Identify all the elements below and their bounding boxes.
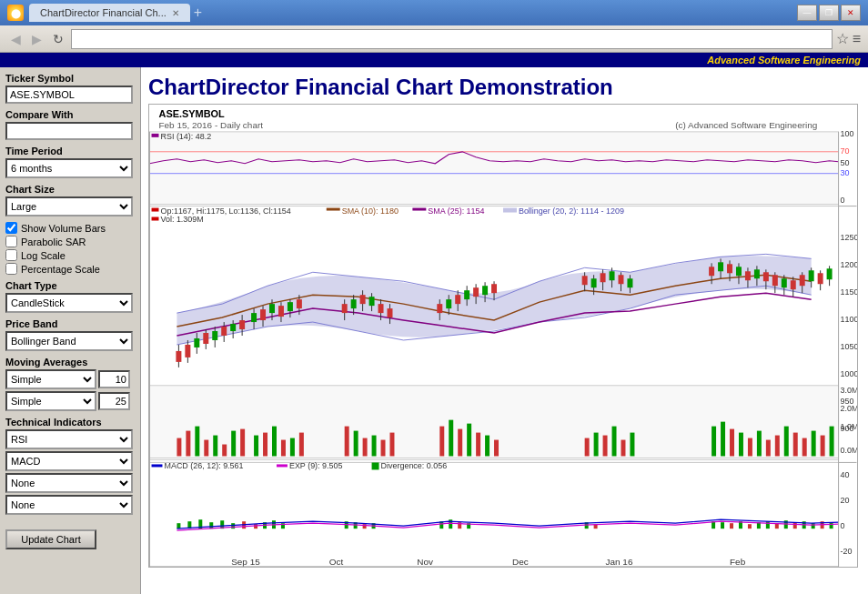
svg-rect-43 bbox=[251, 313, 257, 322]
chart-size-select[interactable]: Small Medium Large bbox=[5, 196, 133, 216]
svg-text:1050: 1050 bbox=[841, 342, 858, 351]
price-band-select[interactable]: None Bollinger Band Donchian Channel bbox=[5, 331, 133, 351]
refresh-btn[interactable]: ↻ bbox=[49, 30, 67, 48]
tech-ind1-select[interactable]: None RSI MACD Stochastic bbox=[5, 429, 133, 449]
parabolic-sar-checkbox[interactable] bbox=[5, 236, 17, 247]
svg-rect-135 bbox=[195, 427, 199, 457]
financial-chart: ASE.SYMBOL Feb 15, 2016 - Daily chart (c… bbox=[148, 104, 858, 568]
svg-text:1000: 1000 bbox=[841, 369, 858, 378]
svg-rect-168 bbox=[730, 429, 734, 457]
advanced-banner: Advanced Software Engineering bbox=[0, 53, 868, 67]
address-bar[interactable] bbox=[71, 29, 833, 49]
minimize-btn[interactable]: — bbox=[797, 5, 817, 21]
svg-text:Feb 15, 2016 - Daily chart: Feb 15, 2016 - Daily chart bbox=[158, 120, 263, 130]
ma1-period-input[interactable] bbox=[98, 370, 130, 388]
svg-text:Bollinger (20, 2): 1114 - 1209: Bollinger (20, 2): 1114 - 1209 bbox=[519, 206, 624, 216]
parabolic-sar-row: Parabolic SAR bbox=[5, 236, 135, 247]
browser-tab[interactable]: ChartDirector Financial Ch... ✕ bbox=[29, 4, 190, 22]
svg-text:20: 20 bbox=[841, 496, 850, 505]
svg-rect-37 bbox=[221, 327, 227, 336]
tab-close-btn[interactable]: ✕ bbox=[172, 8, 179, 18]
svg-rect-79 bbox=[491, 284, 497, 293]
time-period-select[interactable]: 1 month 3 months 6 months 1 year 2 years… bbox=[5, 158, 133, 178]
tech-ind4-select[interactable]: None RSI MACD Stochastic bbox=[5, 495, 133, 515]
svg-rect-155 bbox=[458, 429, 462, 457]
parabolic-sar-label: Parabolic SAR bbox=[21, 237, 86, 247]
svg-rect-151 bbox=[381, 440, 386, 457]
svg-rect-160 bbox=[585, 438, 590, 457]
svg-text:Jan 16: Jan 16 bbox=[606, 557, 633, 567]
svg-text:MACD (26, 12): 9.561: MACD (26, 12): 9.561 bbox=[164, 461, 243, 470]
svg-rect-197 bbox=[231, 523, 235, 529]
svg-rect-29 bbox=[185, 345, 190, 357]
chart-size-label: Chart Size bbox=[5, 184, 135, 195]
update-chart-btn[interactable]: Update Chart bbox=[5, 529, 96, 549]
svg-text:30: 30 bbox=[841, 168, 850, 177]
svg-rect-164 bbox=[621, 440, 625, 457]
tech-ind3-select[interactable]: None RSI MACD Stochastic bbox=[5, 473, 133, 493]
svg-rect-87 bbox=[610, 271, 615, 280]
svg-rect-146 bbox=[299, 433, 304, 457]
svg-rect-176 bbox=[802, 438, 807, 457]
log-scale-checkbox[interactable] bbox=[5, 249, 17, 261]
svg-rect-73 bbox=[464, 290, 469, 299]
svg-text:Vol: 1.309M: Vol: 1.309M bbox=[160, 215, 203, 224]
svg-rect-75 bbox=[473, 287, 479, 297]
back-btn[interactable]: ◀ bbox=[7, 30, 25, 48]
svg-rect-67 bbox=[437, 304, 442, 313]
svg-rect-143 bbox=[272, 427, 277, 457]
svg-rect-181 bbox=[150, 462, 839, 567]
svg-rect-63 bbox=[378, 304, 384, 313]
svg-text:100: 100 bbox=[841, 129, 854, 138]
compare-input[interactable] bbox=[5, 122, 133, 140]
pct-scale-checkbox[interactable] bbox=[5, 263, 17, 275]
ma2-period-input[interactable] bbox=[98, 392, 130, 410]
svg-rect-69 bbox=[446, 299, 451, 308]
svg-text:-20: -20 bbox=[841, 547, 853, 556]
svg-rect-142 bbox=[263, 433, 267, 457]
svg-rect-107 bbox=[772, 275, 778, 286]
new-tab-btn[interactable]: + bbox=[190, 5, 206, 21]
svg-rect-172 bbox=[766, 440, 771, 457]
svg-rect-169 bbox=[739, 433, 743, 457]
ma1-type-select[interactable]: Simple Exponential Weighted bbox=[5, 369, 96, 389]
restore-btn[interactable]: ❐ bbox=[819, 5, 839, 21]
svg-rect-158 bbox=[485, 436, 490, 457]
svg-text:3.0M: 3.0M bbox=[841, 386, 858, 395]
svg-rect-18 bbox=[327, 208, 340, 211]
bookmark-icon[interactable]: ☆ bbox=[836, 30, 849, 47]
svg-rect-65 bbox=[388, 308, 393, 317]
svg-rect-120 bbox=[150, 386, 839, 458]
svg-rect-138 bbox=[222, 445, 227, 457]
window-controls: — ❐ ✕ bbox=[797, 5, 861, 21]
svg-rect-24 bbox=[152, 217, 159, 221]
svg-rect-119 bbox=[827, 268, 833, 279]
svg-rect-150 bbox=[372, 436, 377, 457]
svg-rect-35 bbox=[212, 331, 217, 340]
svg-rect-83 bbox=[591, 278, 597, 287]
svg-rect-215 bbox=[730, 523, 733, 529]
svg-rect-137 bbox=[213, 436, 217, 457]
svg-text:1200: 1200 bbox=[841, 260, 858, 269]
pct-scale-label: Percentage Scale bbox=[21, 264, 100, 275]
main-content: Ticker Symbol Compare With Time Period 1… bbox=[0, 67, 868, 594]
chart-type-select[interactable]: CandleStick Bar Line Area bbox=[5, 293, 133, 313]
forward-btn[interactable]: ▶ bbox=[28, 30, 45, 48]
svg-text:Feb: Feb bbox=[730, 557, 746, 567]
show-volume-checkbox[interactable] bbox=[5, 222, 17, 234]
svg-text:1.0M: 1.0M bbox=[841, 422, 858, 431]
svg-rect-170 bbox=[748, 438, 752, 457]
svg-rect-171 bbox=[757, 431, 762, 457]
svg-rect-161 bbox=[594, 433, 599, 457]
ma2-type-select[interactable]: Simple Exponential Weighted bbox=[5, 391, 96, 411]
ticker-input[interactable] bbox=[5, 86, 133, 104]
svg-rect-156 bbox=[467, 424, 471, 457]
tab-label: ChartDirector Financial Ch... bbox=[40, 7, 167, 18]
svg-rect-152 bbox=[389, 433, 394, 457]
tech-ind2-select[interactable]: None RSI MACD Stochastic bbox=[5, 451, 133, 471]
svg-rect-95 bbox=[718, 262, 723, 271]
pct-scale-row: Percentage Scale bbox=[5, 263, 135, 275]
close-btn[interactable]: ✕ bbox=[841, 5, 861, 21]
svg-rect-4 bbox=[150, 132, 839, 205]
menu-icon[interactable]: ≡ bbox=[853, 31, 861, 47]
